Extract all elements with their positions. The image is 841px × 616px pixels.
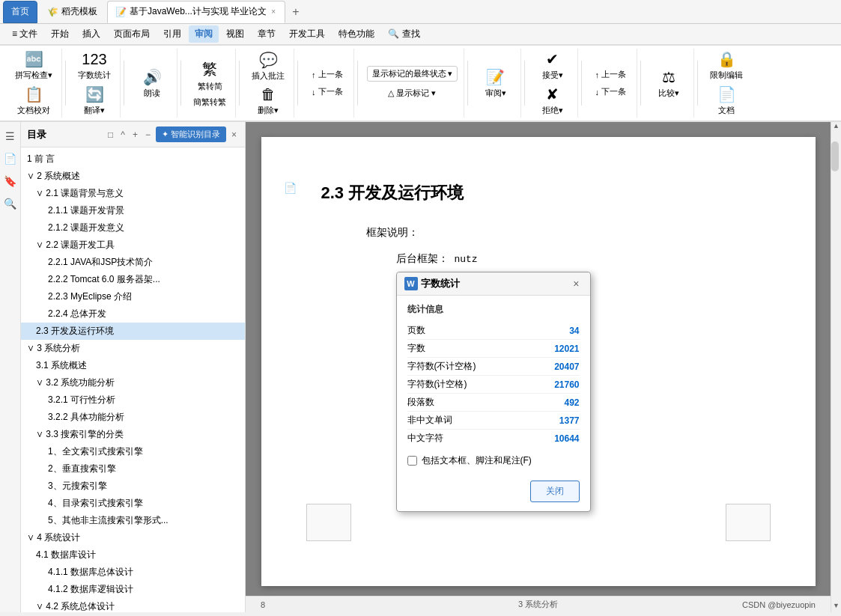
menu-view[interactable]: 视图 [220,25,250,43]
delete-btn[interactable]: 🗑 删除▾ [249,85,287,118]
reject-btn[interactable]: ✘ 拒绝▾ [534,84,571,118]
scroll-down-btn[interactable]: ▼ [831,602,841,612]
toc-item[interactable]: ∨ 2.2 课题开发工具 [21,237,245,254]
tab-doc-close[interactable]: × [270,7,277,16]
sep10 [640,61,641,106]
doc-protect-btn[interactable]: 📄 文档 [708,84,745,118]
toc-expand-icon[interactable]: □ [106,129,115,141]
ribbon-group-accept-reject: ✔ 接受▾ ✘ 拒绝▾ [528,49,578,118]
menu-chapter[interactable]: 章节 [252,25,282,43]
toc-item[interactable]: ∨ 2 系统概述 [21,168,245,185]
sidebar-search-icon[interactable]: 🔍 [2,195,19,212]
toc-item[interactable]: ∨ 3 系统分析 [21,340,245,357]
toc-item[interactable]: ∨ 3.3 搜索引擎的分类 [21,426,245,443]
toc-close-btn[interactable]: × [229,129,239,141]
show-state-dropdown[interactable]: 显示标记的最终状态 ▾ [367,66,458,82]
toc-item[interactable]: 2.2.2 Tomcat 6.0 服务器架... [21,271,245,288]
doc-scroll[interactable]: 📄 2.3 开发及运行环境 框架说明： 后台框架： nutz 前台框架： Jqu… [246,122,831,596]
menu-layout[interactable]: 页面布局 [108,25,156,43]
prev-track-btn[interactable]: ↑ 上一条 [591,67,631,82]
tab-template[interactable]: 🌾 稻壳模板 [39,1,106,23]
toc-item[interactable]: 3、元搜索引擎 [21,478,245,495]
toc-item[interactable]: 2.2.1 JAVA和JSP技术简介 [21,254,245,271]
prev-comment-btn[interactable]: ↑ 上一条 [307,67,347,82]
toc-item[interactable]: 2.3 开发及运行环境 [21,323,245,340]
dialog-title-bar: W 字数统计 × [397,272,590,296]
prev-track-label: 上一条 [601,69,626,80]
toc-item[interactable]: ∨ 3.2 系统功能分析 [21,374,245,391]
simp-to-trad-btn[interactable]: 簡繁转繁 [190,95,229,109]
toc-up-icon[interactable]: ^ [118,129,127,141]
doccheck-btn[interactable]: 📋 文档校对 [14,84,53,118]
toc-item[interactable]: ∨ 4 系统设计 [21,529,245,546]
sidebar-doc-icon[interactable]: 📄 [2,150,19,167]
toc-item[interactable]: 4.1.1 数据库总体设计 [21,564,245,581]
compare-btn[interactable]: ⚖ 比较▾ [650,67,687,100]
show-mark-label: 显示标记 ▾ [396,88,436,99]
restrict-btn[interactable]: 🔒 限制编辑 [707,49,746,82]
toc-item[interactable]: 2.2.4 总体开发 [21,305,245,323]
show-state-arrow: ▾ [448,69,452,79]
trad-to-simp-btn[interactable]: 繁 繁转简 [191,58,228,94]
include-textbox-checkbox[interactable] [407,456,417,466]
toc-tree: 1 前 言∨ 2 系统概述∨ 2.1 课题背景与意义2.1.1 课题开发背景2.… [21,147,245,612]
dialog-stat-row: 字数12021 [407,340,580,358]
toc-item[interactable]: ∨ 2.1 课题背景与意义 [21,185,245,202]
sidebar-nav-icon[interactable]: ☰ [2,128,19,144]
dialog-close-button[interactable]: 关闭 [530,481,580,502]
doccheck-label: 文档校对 [17,105,50,116]
show-state-label: 显示标记的最终状态 [372,68,446,79]
menu-feature[interactable]: 特色功能 [333,25,380,43]
spellcheck-btn[interactable]: 🔤 拼写检查▾ [12,49,55,82]
toc-item[interactable]: 2.1.2 课题开发意义 [21,219,245,237]
next-track-btn[interactable]: ↓ 下一条 [591,85,631,99]
menu-insert[interactable]: 插入 [76,25,106,43]
show-mark-btn[interactable]: △ 显示标记 ▾ [383,86,440,100]
toc-item[interactable]: 3.2.1 可行性分析 [21,391,245,409]
stat-value: 20407 [554,362,579,372]
menu-find[interactable]: 🔍 查找 [382,25,425,43]
toc-item[interactable]: 1 前 言 [21,150,245,168]
toc-item[interactable]: 4、目录索引式搜索引擎 [21,495,245,512]
toc-minus-icon[interactable]: − [143,129,153,141]
scroll-thumb[interactable] [831,141,839,171]
menu-bar: ≡ 文件 开始 插入 页面布局 引用 审阅 视图 章节 开发工具 特色功能 🔍 … [0,24,841,45]
add-comment-btn[interactable]: 💬 插入批注 [249,49,288,83]
next-comment-btn[interactable]: ↓ 下一条 [307,85,347,99]
toc-item[interactable]: 1、全文索引式搜索引擎 [21,443,245,460]
trad-to-simp-label: 繁转简 [198,81,222,92]
menu-start[interactable]: 开始 [45,25,75,43]
ai-toc-btn[interactable]: ✦ 智能识别目录 [156,126,226,142]
menu-file[interactable]: ≡ 文件 [6,25,43,43]
menu-reference[interactable]: 引用 [157,25,187,43]
toc-item[interactable]: 4.1 数据库设计 [21,546,245,564]
sep4 [239,61,240,106]
menu-dev[interactable]: 开发工具 [283,25,331,43]
dialog-close-btn[interactable]: × [570,278,582,290]
ribbon-group-conversion: 繁 繁转简 簡繁转繁 [184,49,236,118]
accept-btn[interactable]: ✔ 接受▾ [534,49,571,82]
toc-item[interactable]: 2.1.1 课题开发背景 [21,202,245,219]
review-btn[interactable]: 📝 审阅▾ [477,67,514,100]
toc-item[interactable]: 2.2.3 MyEclipse 介绍 [21,288,245,305]
toc-plus-icon[interactable]: + [130,129,140,141]
tab-home[interactable]: 首页 [3,1,37,23]
tab-doc[interactable]: 📝 基于JavaWeb...计与实现 毕业论文 × [107,1,285,23]
toc-item[interactable]: 4.1.2 数据库逻辑设计 [21,581,245,598]
right-scrollbar[interactable]: ▲ ▼ [831,122,841,612]
scroll-up-btn[interactable]: ▲ [831,122,841,132]
read-btn[interactable]: 🔊 朗读 [133,67,171,100]
dialog-stat-row: 非中文单词1377 [407,412,580,430]
dialog-stats: 页数34字数12021字符数(不计空格)20407字符数(计空格)21760段落… [407,322,580,447]
translate-btn[interactable]: 🔄 翻译▾ [76,84,113,118]
new-tab-button[interactable]: + [287,3,305,21]
wordcount-btn[interactable]: 123 字数统计 [75,49,114,82]
toc-item[interactable]: 3.2.2 具体功能分析 [21,409,245,426]
toc-item[interactable]: ∨ 4.2 系统总体设计 [21,598,245,612]
sidebar-bookmark-icon[interactable]: 🔖 [2,173,19,189]
toc-item[interactable]: 5、其他非主流搜索引擎形式... [21,512,245,529]
menu-review[interactable]: 审阅 [189,25,219,43]
toc-item[interactable]: 3.1 系统概述 [21,357,245,374]
watermark-label: CSDN @biyezuopin [742,600,816,609]
toc-item[interactable]: 2、垂直搜索引擎 [21,460,245,478]
